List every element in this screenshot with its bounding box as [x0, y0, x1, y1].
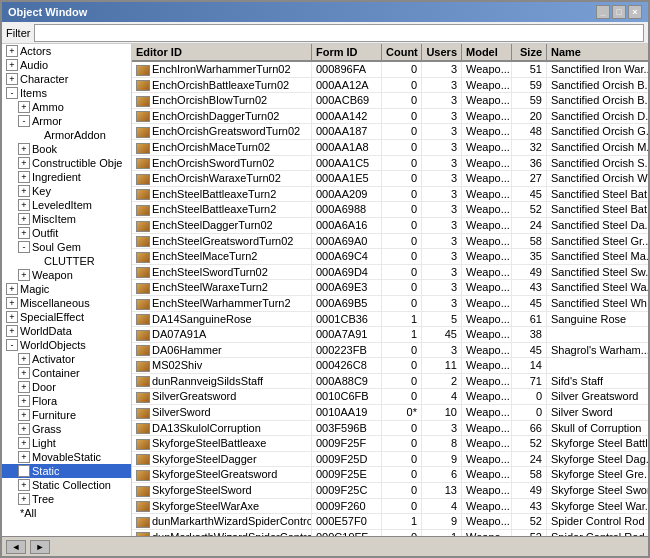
sidebar-item-actors[interactable]: +Actors	[2, 44, 131, 58]
tree-toggle-activator[interactable]: +	[18, 353, 30, 365]
tree-toggle-key[interactable]: +	[18, 185, 30, 197]
table-row[interactable]: DA06Hammer000223FB03Weapo...45Shagrol's …	[132, 343, 648, 359]
table-row[interactable]: EnchOrcishBlowTurn02000ACB6903Weapo...59…	[132, 93, 648, 109]
sidebar-item-furniture[interactable]: +Furniture	[2, 408, 131, 422]
tree-toggle-furniture[interactable]: +	[18, 409, 30, 421]
table-row[interactable]: EnchSteelSwordTurn02000A69D403Weapo...49…	[132, 265, 648, 281]
sidebar-item-constructible[interactable]: +Constructible Obje	[2, 156, 131, 170]
tree-toggle-magic[interactable]: +	[6, 283, 18, 295]
tree-toggle-door[interactable]: +	[18, 381, 30, 393]
tree-toggle-actors[interactable]: +	[6, 45, 18, 57]
tree-toggle-container[interactable]: +	[18, 367, 30, 379]
tree-toggle-armor[interactable]: -	[18, 115, 30, 127]
sidebar-item-leveleditem[interactable]: +LeveledItem	[2, 198, 131, 212]
table-row[interactable]: EnchOrcishGreatswordTurn02000AA18703Weap…	[132, 124, 648, 140]
tree-toggle-specialeffect[interactable]: +	[6, 311, 18, 323]
table-row[interactable]: DA14SanguineRose0001CB3615Weapo...61Sang…	[132, 312, 648, 328]
table-row[interactable]: EnchOrcishDaggerTurn02000AA14203Weapo...…	[132, 109, 648, 125]
sidebar-item-miscitem[interactable]: +MiscItem	[2, 212, 131, 226]
table-row[interactable]: dunMarkarthWizardSpiderControlStaff000E5…	[132, 514, 648, 530]
tree-toggle-constructible[interactable]: +	[18, 157, 30, 169]
sidebar-item-flora[interactable]: +Flora	[2, 394, 131, 408]
sidebar-item-audio[interactable]: +Audio	[2, 58, 131, 72]
tree-toggle-ammo[interactable]: +	[18, 101, 30, 113]
sidebar-item-tree[interactable]: +Tree	[2, 492, 131, 506]
column-header-name[interactable]: Name	[547, 44, 648, 60]
tree-toggle-flora[interactable]: +	[18, 395, 30, 407]
tree-toggle-character[interactable]: +	[6, 73, 18, 85]
sidebar-item-items[interactable]: -Items	[2, 86, 131, 100]
column-header-model[interactable]: Model	[462, 44, 512, 60]
sidebar-item-worlddata[interactable]: +WorldData	[2, 324, 131, 338]
table-row[interactable]: EnchSteelBattleaxeTurn2000A698803Weapo..…	[132, 202, 648, 218]
sidebar-item-ingredient[interactable]: +Ingredient	[2, 170, 131, 184]
table-row[interactable]: EnchSteelMaceTurn2000A69C403Weapo...35Sa…	[132, 249, 648, 265]
table-row[interactable]: EnchOrcishSwordTurn02000AA1C503Weapo...3…	[132, 156, 648, 172]
sidebar-item-book[interactable]: +Book	[2, 142, 131, 156]
sidebar-item-activator[interactable]: +Activator	[2, 352, 131, 366]
tree-toggle-items[interactable]: -	[6, 87, 18, 99]
tree-toggle-miscitem[interactable]: +	[18, 213, 30, 225]
sidebar-item-armoraddon[interactable]: ArmorAddon	[2, 128, 131, 142]
sidebar-item-outfit[interactable]: +Outfit	[2, 226, 131, 240]
sidebar-item-armor[interactable]: -Armor	[2, 114, 131, 128]
prev-button[interactable]: ◄	[6, 540, 26, 554]
tree-toggle-static[interactable]: +	[18, 465, 30, 477]
table-row[interactable]: SkyforgeSteelWarAxe0009F26004Weapo...43S…	[132, 499, 648, 515]
sidebar-item-grass[interactable]: +Grass	[2, 422, 131, 436]
minimize-button[interactable]: _	[596, 5, 610, 19]
tree-toggle-light[interactable]: +	[18, 437, 30, 449]
tree-toggle-worldobjects[interactable]: -	[6, 339, 18, 351]
column-header-formid[interactable]: Form ID	[312, 44, 382, 60]
table-row[interactable]: DA07A91A000A7A91145Weapo...38	[132, 327, 648, 343]
tree-toggle-tree[interactable]: +	[18, 493, 30, 505]
table-row[interactable]: EnchOrcishWaraxeTurn02000AA1E503Weapo...…	[132, 171, 648, 187]
sidebar-item-door[interactable]: +Door	[2, 380, 131, 394]
sidebar-item-soulgem[interactable]: -Soul Gem	[2, 240, 131, 254]
table-row[interactable]: SkyforgeSteelDagger0009F25D09Weapo...24S…	[132, 452, 648, 468]
sidebar-item-key[interactable]: +Key	[2, 184, 131, 198]
sidebar-item-light[interactable]: +Light	[2, 436, 131, 450]
tree-toggle-movablestatic[interactable]: +	[18, 451, 30, 463]
close-button[interactable]: ×	[628, 5, 642, 19]
tree-toggle-weapon[interactable]: +	[18, 269, 30, 281]
sidebar-item-specialeffect[interactable]: +SpecialEffect	[2, 310, 131, 324]
column-header-size[interactable]: Size	[512, 44, 547, 60]
sidebar-item-staticcollection[interactable]: +Static Collection	[2, 478, 131, 492]
table-row[interactable]: EnchSteelBattleaxeTurn2000AA20903Weapo..…	[132, 187, 648, 203]
filter-input[interactable]	[34, 24, 644, 42]
table-row[interactable]: EnchOrcishBattleaxeTurn02000AA12A03Weapo…	[132, 78, 648, 94]
table-row[interactable]: EnchSteelWarhammerTurn2000A69B503Weapo..…	[132, 296, 648, 312]
table-row[interactable]: EnchIronWarhammerTurn02000896FA03Weapo..…	[132, 62, 648, 78]
column-header-count[interactable]: Count	[382, 44, 422, 60]
sidebar-item-ammo[interactable]: +Ammo	[2, 100, 131, 114]
sidebar-item-movablestatic[interactable]: +MovableStatic	[2, 450, 131, 464]
table-row[interactable]: SilverSword0010AA190*10Weapo...0Silver S…	[132, 405, 648, 421]
table-row[interactable]: EnchSteelWaraxeTurn2000A69E303Weapo...43…	[132, 280, 648, 296]
table-row[interactable]: SkyforgeSteelSword0009F25C013Weapo...49S…	[132, 483, 648, 499]
table-row[interactable]: SilverGreatsword0010C6FB04Weapo...0Silve…	[132, 389, 648, 405]
sidebar-item-magic[interactable]: +Magic	[2, 282, 131, 296]
table-row[interactable]: SkyforgeSteelBattleaxe0009F25F08Weapo...…	[132, 436, 648, 452]
tree-toggle-soulgem[interactable]: -	[18, 241, 30, 253]
tree-toggle-worlddata[interactable]: +	[6, 325, 18, 337]
tree-toggle-grass[interactable]: +	[18, 423, 30, 435]
next-button[interactable]: ►	[30, 540, 50, 554]
table-row[interactable]: dunRannveigSildsStaff000A88C902Weapo...7…	[132, 374, 648, 390]
sidebar-item-clutter[interactable]: CLUTTER	[2, 254, 131, 268]
sidebar-item-static[interactable]: +Static	[2, 464, 131, 478]
table-row[interactable]: MS02Shiv000426C8011Weapo...14	[132, 358, 648, 374]
sidebar-item-character[interactable]: +Character	[2, 72, 131, 86]
sidebar-item-weapon[interactable]: +Weapon	[2, 268, 131, 282]
sidebar-item-worldobjects[interactable]: -WorldObjects	[2, 338, 131, 352]
table-row[interactable]: EnchOrcishMaceTurn02000AA1A803Weapo...32…	[132, 140, 648, 156]
tree-toggle-staticcollection[interactable]: +	[18, 479, 30, 491]
column-header-editorid[interactable]: Editor ID	[132, 44, 312, 60]
table-row[interactable]: SkyforgeSteelGreatsword0009F25E06Weapo..…	[132, 467, 648, 483]
sidebar-item-miscellaneous[interactable]: +Miscellaneous	[2, 296, 131, 310]
table-row[interactable]: EnchSteelDaggerTurn02000A6A1603Weapo...2…	[132, 218, 648, 234]
maximize-button[interactable]: □	[612, 5, 626, 19]
column-header-users[interactable]: Users	[422, 44, 462, 60]
sidebar-item-all[interactable]: *All	[2, 506, 131, 520]
tree-toggle-miscellaneous[interactable]: +	[6, 297, 18, 309]
